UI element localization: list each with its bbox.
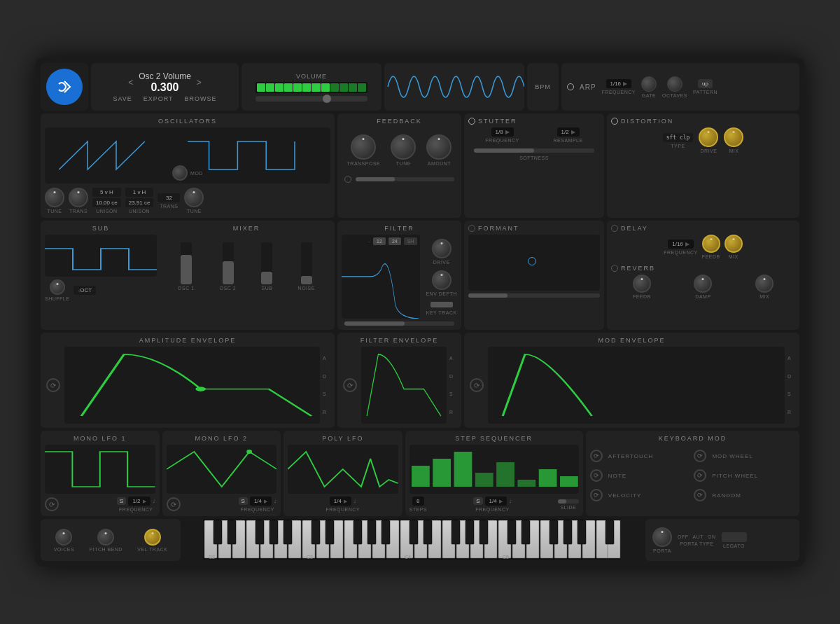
feedback-power-button[interactable]	[344, 176, 351, 183]
amount-knob[interactable]	[426, 134, 451, 160]
arp-pattern-select[interactable]: up	[698, 79, 713, 88]
filter-type-sh[interactable]: SH	[404, 237, 418, 245]
vol-bar-4	[284, 83, 293, 92]
pitch-wheel-label: PITCH WHEEL	[712, 473, 758, 479]
oscillators-panel: OSCILLATORS MOD TUNE	[41, 113, 335, 218]
reverb-power-button[interactable]	[611, 265, 618, 272]
aut-label[interactable]: AUT	[693, 534, 704, 539]
vol-bar-9	[330, 83, 339, 92]
osc-tune-knob[interactable]	[45, 188, 64, 207]
reverb-feedb-label: FEEDB	[633, 294, 651, 299]
stutter-resample-label: RESAMPLE	[554, 138, 583, 143]
delay-mix-knob[interactable]	[724, 235, 743, 253]
arp-frequency-label: FREQUENCY	[602, 90, 636, 95]
filter-drive-knob[interactable]	[432, 239, 451, 258]
mixer-sub-fader[interactable]	[261, 272, 272, 284]
volume-slider[interactable]	[255, 96, 368, 102]
mixer-osc1-fader[interactable]	[181, 255, 192, 284]
osc-param5: 32	[158, 193, 180, 202]
amount-group: AMOUNT	[426, 134, 451, 166]
amp-env-icon: ⟳	[45, 347, 62, 424]
transpose-knob[interactable]	[351, 134, 376, 160]
arp-power-button[interactable]	[567, 83, 574, 90]
arp-octaves-knob[interactable]	[667, 76, 682, 92]
delay-power-button[interactable]	[611, 225, 618, 232]
shuffle-label: SHUFFLE	[45, 296, 69, 301]
filter-type-24[interactable]: 24	[388, 237, 401, 245]
legato-toggle[interactable]	[722, 532, 747, 542]
reverb-feedb-knob[interactable]	[633, 275, 651, 293]
filter-cutoff-slider[interactable]	[344, 321, 454, 326]
mixer-osc2-fader[interactable]	[223, 261, 234, 284]
prev-preset-button[interactable]: <	[128, 78, 133, 88]
volume-thumb	[323, 95, 331, 103]
svg-rect-61	[578, 520, 586, 544]
bpm-area: BPM	[527, 63, 559, 111]
stutter-power-button[interactable]	[468, 118, 475, 125]
next-preset-button[interactable]: >	[197, 78, 202, 88]
pitch-wheel-row: ⟳ PITCH WHEEL	[694, 469, 795, 482]
formant-point[interactable]	[528, 257, 536, 265]
osc-trans-knob[interactable]	[69, 188, 88, 207]
svg-rect-51	[382, 520, 390, 544]
export-button[interactable]: EXPORT	[144, 95, 174, 102]
vel-track-knob[interactable]	[144, 529, 161, 546]
formant-display	[468, 235, 600, 291]
random-row: ⟳ RANDOM	[694, 489, 795, 501]
mixer-noise-channel: NOISE	[298, 242, 315, 291]
off-label[interactable]: OFF	[678, 534, 689, 539]
voices-knob[interactable]	[55, 529, 72, 546]
filter-env-depth-knob[interactable]	[432, 270, 451, 290]
step-seq-steps-value: 8	[416, 498, 419, 504]
formant-power-button[interactable]	[468, 225, 475, 232]
save-button[interactable]: SAVE	[113, 95, 132, 102]
osc-tune2-label: TUNE	[187, 209, 202, 214]
mono-lfo1-sync-select[interactable]: S	[117, 497, 126, 505]
svg-rect-43	[227, 520, 236, 544]
osc-display: MOD	[45, 127, 330, 183]
distortion-mix-knob[interactable]	[724, 127, 743, 147]
stutter-softness-slider[interactable]	[474, 148, 594, 153]
filter-env-display	[361, 347, 447, 424]
feedback-knobs: TRANSPOSE TUNE AMOUNT	[342, 127, 457, 173]
on-label[interactable]: ON	[708, 534, 716, 539]
stutter-freq-display: 1/8 ▶	[491, 127, 514, 137]
reverb-damp-knob[interactable]	[694, 275, 712, 293]
mod-env-curve	[488, 347, 785, 424]
svg-rect-4	[433, 459, 451, 487]
poly-lfo-frequency-label: FREQUENCY	[326, 507, 360, 512]
formant-slider[interactable]	[468, 293, 600, 298]
feedback-slider[interactable]	[356, 177, 454, 181]
filter-drive-group: DRIVE	[426, 239, 457, 265]
svg-rect-42	[214, 520, 222, 544]
mixer-noise-fader[interactable]	[301, 276, 312, 284]
effects-panel: DELAY 1/16 ▶ FREQUENCY FEEDB	[607, 221, 799, 330]
keyboard-main[interactable]: C2 C3 C4 C5	[183, 519, 643, 561]
filter-type-12[interactable]: 12	[373, 237, 386, 245]
osc-tune2-knob[interactable]	[184, 188, 204, 207]
distortion-drive-knob[interactable]	[699, 127, 718, 147]
oscillators-title: OSCILLATORS	[45, 118, 330, 125]
filter-drive-label: DRIVE	[433, 260, 450, 265]
distortion-power-button[interactable]	[611, 118, 618, 125]
shuffle-knob[interactable]	[50, 279, 65, 295]
browse-button[interactable]: BROWSE	[185, 95, 217, 102]
tune-knob[interactable]	[391, 134, 416, 160]
reverb-feedb-group: FEEDB	[633, 275, 651, 299]
step-seq-sync-select[interactable]: S	[473, 497, 482, 505]
reverb-mix-knob[interactable]	[755, 275, 774, 293]
delay-feedb-knob[interactable]	[702, 235, 720, 253]
svg-rect-60	[564, 520, 572, 544]
reverb-damp-label: DAMP	[695, 294, 710, 299]
filter-key-track-slider[interactable]	[430, 302, 453, 307]
step-seq-steps-label: STEPS	[410, 507, 427, 512]
arp-pattern-value: up	[702, 81, 708, 87]
svg-rect-56	[479, 520, 488, 544]
arp-gate-knob[interactable]	[641, 76, 657, 92]
pitch-bend-knob[interactable]	[97, 529, 114, 546]
mono-lfo2-sync-select[interactable]: S	[239, 497, 248, 505]
step-seq-slide-slider[interactable]	[558, 499, 579, 504]
osc-mod-knob[interactable]	[172, 165, 188, 181]
porta-knob[interactable]	[652, 527, 672, 547]
delay-feedb-label: FEEDB	[702, 254, 720, 259]
